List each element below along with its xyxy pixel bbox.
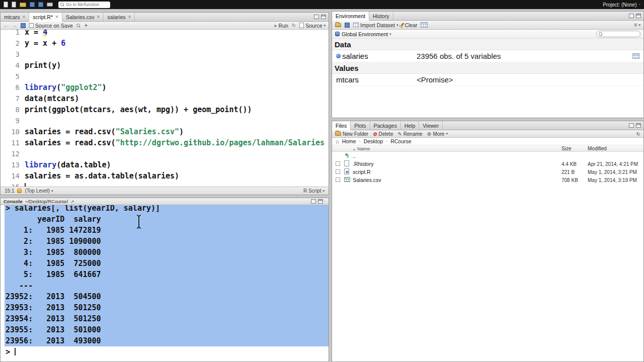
- file-row[interactable]: .Rhistory4.4 KBApr 21, 2014, 4:21 PM: [332, 160, 643, 168]
- code-line[interactable]: 3: [1, 49, 329, 60]
- import-dataset-button[interactable]: Import Dataset ▾: [353, 22, 398, 28]
- close-tab-icon[interactable]: ×: [97, 15, 100, 20]
- tab-script-r[interactable]: script.R*×: [29, 13, 62, 22]
- print-icon[interactable]: [47, 3, 53, 7]
- code-line[interactable]: 2y = x + 6: [1, 38, 329, 49]
- environment-search-input[interactable]: [604, 32, 637, 37]
- source-on-save-toggle[interactable]: Source on Save: [29, 23, 73, 29]
- code-line[interactable]: 10salaries = read.csv("Salaries.csv"): [1, 126, 329, 137]
- code-line[interactable]: 14salaries = as.data.table(salaries): [1, 170, 329, 182]
- tab-history[interactable]: History: [369, 12, 393, 20]
- file-name[interactable]: Salaries.csv: [353, 177, 561, 183]
- file-row[interactable]: script.R221 BMay 1, 2014, 3:21 PM: [332, 168, 643, 176]
- file-row[interactable]: Salaries.csv708 KBMay 1, 2014, 3:19 PM: [332, 176, 643, 184]
- file-name[interactable]: script.R: [353, 169, 561, 175]
- console-output[interactable]: > salaries[, list(yearID, salary)] yearI…: [1, 205, 329, 361]
- list-view-button[interactable]: ≡ ▾: [634, 22, 640, 28]
- save-icon[interactable]: [30, 2, 35, 7]
- clear-environment-button[interactable]: Clear: [401, 22, 417, 28]
- file-name[interactable]: .Rhistory: [353, 161, 561, 167]
- new-folder-button[interactable]: New Folder: [335, 131, 368, 137]
- code-area[interactable]: 1x = 42y = x + 634print(y)56library("ggp…: [1, 30, 329, 187]
- view-data-icon[interactable]: [632, 53, 639, 59]
- breadcrumb-item[interactable]: Home: [342, 138, 356, 144]
- project-menu[interactable]: Project: (None) ▾: [603, 2, 640, 8]
- breadcrumb-item[interactable]: Desktop: [364, 138, 383, 144]
- column-modified[interactable]: Modified: [588, 146, 643, 151]
- rename-button[interactable]: ✎ Rename: [397, 131, 422, 137]
- scope-selector[interactable]: (Top Level) ▾: [25, 188, 53, 194]
- code-line[interactable]: 15: [1, 182, 329, 187]
- column-size[interactable]: Size: [561, 146, 588, 151]
- file-row[interactable]: ↰..: [332, 152, 643, 160]
- minimize-pane-icon[interactable]: [629, 14, 634, 18]
- tab-packages[interactable]: Packages: [370, 121, 401, 130]
- find-replace-icon[interactable]: [76, 24, 80, 28]
- maximize-pane-icon[interactable]: [321, 15, 326, 19]
- checkbox-icon[interactable]: [29, 23, 34, 28]
- env-object-row[interactable]: mtcars<Promise>: [332, 74, 643, 86]
- environment-scope-selector[interactable]: Global Environment ▾: [342, 31, 391, 37]
- forward-icon[interactable]: →: [12, 23, 17, 28]
- minimize-pane-icon[interactable]: [314, 15, 319, 19]
- new-project-icon[interactable]: [12, 2, 16, 8]
- source-button[interactable]: Source ▾: [299, 23, 326, 29]
- console-prompt-line[interactable]: >: [1, 346, 329, 357]
- refresh-icon[interactable]: ↻: [636, 131, 640, 137]
- tab-viewer[interactable]: Viewer: [419, 121, 443, 130]
- env-object-row[interactable]: salaries23956 obs. of 5 variables: [332, 50, 643, 62]
- load-workspace-icon[interactable]: [335, 23, 341, 27]
- save-document-icon[interactable]: [21, 23, 26, 28]
- delete-button[interactable]: ⊘ Delete: [373, 131, 393, 137]
- environment-search[interactable]: [596, 31, 640, 37]
- tab-plots[interactable]: Plots: [351, 121, 370, 130]
- tab-environment[interactable]: Environment: [332, 12, 369, 21]
- run-button[interactable]: ▸ Run: [275, 23, 288, 29]
- close-tab-icon[interactable]: ×: [23, 15, 26, 20]
- code-line[interactable]: 8print(ggplot(mtcars, aes(wt, mpg)) + ge…: [1, 104, 329, 115]
- code-line[interactable]: 11salaries = read.csv("http://dgrtwo.git…: [1, 137, 329, 148]
- close-tab-icon[interactable]: ×: [128, 15, 131, 20]
- file-checkbox[interactable]: [336, 177, 340, 182]
- tab-mtcars[interactable]: mtcars×: [1, 13, 29, 21]
- goto-file-input[interactable]: [66, 2, 108, 7]
- goto-file-search[interactable]: [58, 2, 110, 8]
- code-line[interactable]: 5: [1, 71, 329, 82]
- code-line[interactable]: 4print(y): [1, 60, 329, 71]
- code-line[interactable]: 6library("ggplot2"): [1, 82, 329, 93]
- close-tab-icon[interactable]: ×: [55, 15, 58, 20]
- tab-salaries[interactable]: salaries×: [104, 13, 135, 21]
- minimize-pane-icon[interactable]: [311, 199, 316, 204]
- save-workspace-icon[interactable]: [345, 23, 350, 28]
- minimize-pane-icon[interactable]: [629, 123, 634, 128]
- popout-icon[interactable]: ↗: [70, 199, 74, 204]
- code-text: data(mtcars): [25, 93, 79, 104]
- breadcrumb-separator-icon: ›: [386, 139, 387, 144]
- maximize-pane-icon[interactable]: [636, 123, 641, 128]
- more-button[interactable]: ⚙ More ▾: [427, 131, 448, 137]
- save-all-icon[interactable]: [38, 2, 43, 7]
- maximize-pane-icon[interactable]: [318, 199, 323, 204]
- maximize-pane-icon[interactable]: [636, 14, 641, 18]
- code-tools-icon[interactable]: ✦: [84, 23, 88, 28]
- rerun-icon[interactable]: ↻: [292, 23, 296, 28]
- back-icon[interactable]: ←: [4, 23, 9, 28]
- file-checkbox[interactable]: [336, 169, 340, 174]
- code-line[interactable]: 7data(mtcars): [1, 93, 329, 104]
- breadcrumb-item[interactable]: RCourse: [390, 138, 411, 144]
- tab-help[interactable]: Help: [401, 121, 420, 130]
- code-line[interactable]: 1x = 4: [1, 30, 329, 38]
- file-name[interactable]: ..: [353, 153, 561, 159]
- code-line[interactable]: 13library(data.table): [1, 159, 329, 170]
- source-label: Source: [305, 23, 322, 29]
- new-file-icon[interactable]: [4, 2, 8, 8]
- doc-type-selector[interactable]: R Script ▾: [303, 188, 325, 194]
- column-name[interactable]: ▲Name: [353, 146, 561, 151]
- file-checkbox[interactable]: [336, 161, 340, 166]
- tab-salaries-csv[interactable]: Salaries.csv×: [62, 13, 104, 21]
- grid-view-icon[interactable]: [421, 22, 428, 28]
- code-line[interactable]: 12: [1, 148, 329, 159]
- code-line[interactable]: 9: [1, 115, 329, 126]
- tab-files[interactable]: Files: [332, 121, 351, 130]
- open-file-icon[interactable]: [20, 3, 26, 7]
